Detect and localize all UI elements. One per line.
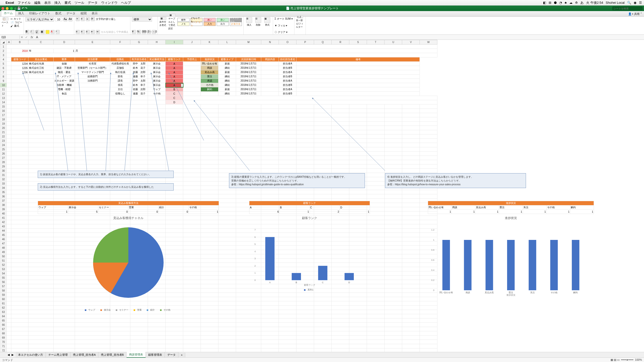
table-row[interactable]: 8 IT・メディア 総務部門部長 遠藤 幸子展示会 A 受注 継続2018年1月…: [0, 75, 437, 79]
table-row[interactable]: 12 食品 役職なし 遠藤 花子その他 C 継続2018年1月7日 担当者B: [0, 92, 437, 96]
currency-icon[interactable]: ¥: [132, 30, 136, 34]
sheet-tab[interactable]: チーム売上管理: [46, 352, 70, 357]
search-input[interactable]: [612, 7, 642, 10]
tab-layout[interactable]: 印刷レイアウト: [27, 11, 53, 16]
view-normal-icon[interactable]: ▦: [611, 358, 613, 361]
fx-icon[interactable]: fx: [29, 35, 35, 39]
sheet-tab-active[interactable]: 商談管理表: [127, 352, 146, 358]
fx-confirm-icon[interactable]: ✓: [24, 35, 29, 39]
table-row[interactable]: 5 1234株式会社丸徳金融 社長室代表取締役社長 田中 太郎展示会 A 問い合…: [0, 62, 437, 66]
fill-button[interactable]: ▼ フィル ▾: [275, 24, 287, 27]
align-bottom-icon[interactable]: ⫨: [86, 17, 90, 21]
clock[interactable]: 火 午後2:54: [586, 1, 603, 5]
dropbox-icon[interactable]: ⬢: [554, 1, 557, 5]
align-right-icon[interactable]: ≡: [86, 30, 90, 34]
merge-button[interactable]: セルを結合して中央揃え: [101, 30, 129, 34]
menu-data[interactable]: データ: [88, 1, 98, 5]
copy-button[interactable]: 📄 コピー: [11, 21, 22, 24]
bold-button[interactable]: B: [25, 30, 29, 34]
view-break-icon[interactable]: ▭: [617, 358, 620, 361]
qat-save-icon[interactable]: 💾: [17, 7, 21, 10]
table-row[interactable]: 10 自動車・機械 係長 鈴木 幸子展示会 A その他 継続2018年1月7日 …: [0, 83, 437, 87]
siri-icon[interactable]: ◉: [634, 1, 636, 5]
tray-icon[interactable]: ⊞: [549, 1, 551, 5]
style-normal[interactable]: 標準: [177, 18, 190, 22]
sheet-tab[interactable]: 売上管理_担当者A: [70, 352, 98, 357]
zoom-level[interactable]: 100%: [635, 358, 642, 361]
menu-help[interactable]: ヘルプ: [121, 1, 131, 5]
table-row[interactable]: 11 電機・精密 主任 佐藤 次郎ウェブ B 解約 新規2018年1月7日 担当…: [0, 87, 437, 92]
align-top-icon[interactable]: ⫧: [76, 17, 80, 21]
style-link[interactable]: リンク セル: [191, 22, 203, 26]
sheet-tab[interactable]: 顧客管理表: [146, 352, 165, 357]
style-output[interactable]: 出力: [217, 22, 229, 26]
table-row[interactable]: 6 1235株式会社三松建設・不動産 営業部門（セールス部門）店舗役 鈴木 花子…: [0, 66, 437, 70]
search-icon[interactable]: 🔍: [627, 1, 631, 5]
qat-home-icon[interactable]: ⌂: [14, 7, 16, 10]
tab-home[interactable]: ホーム: [1, 10, 16, 16]
dec-decimal-icon[interactable]: →.0: [152, 30, 156, 34]
format-button[interactable]: ▦書式: [263, 17, 271, 27]
evernote-icon[interactable]: ♣: [564, 1, 567, 5]
table-row[interactable]: 9 エネルギー・資源 法務部門課長 田中 太郎展示会 A 承認 継続2018年1…: [0, 79, 437, 83]
align-middle-icon[interactable]: ≡: [81, 17, 85, 21]
border-button[interactable]: ▦: [41, 30, 45, 34]
wrap-text-button[interactable]: 文字列の折り返し: [96, 17, 116, 21]
style-memo[interactable]: メモ: [177, 22, 190, 26]
menu-edit[interactable]: 編集: [34, 1, 41, 5]
menu-view[interactable]: 表示: [44, 1, 51, 5]
align-left-icon[interactable]: ≡: [76, 30, 80, 34]
tab-view[interactable]: 表示: [89, 11, 100, 16]
tab-review[interactable]: 校閲: [78, 11, 89, 16]
column-headers[interactable]: ◢ ABCDEFGHIJKLMNOPQRSTUVW: [0, 40, 437, 45]
phonetic-button[interactable]: ᵃ: [56, 30, 60, 34]
view-layout-icon[interactable]: ▤: [614, 358, 616, 361]
menu-insert[interactable]: 挿入: [54, 1, 61, 5]
italic-button[interactable]: I: [30, 30, 34, 34]
formula-input[interactable]: A: [35, 35, 39, 39]
underline-button[interactable]: U: [35, 30, 40, 34]
sheet-tab[interactable]: 売上管理_担当者B: [98, 352, 126, 357]
comma-icon[interactable]: 000: [142, 30, 146, 34]
qat-redo-icon[interactable]: ↷: [25, 7, 27, 10]
insert-button[interactable]: ⊞挿入: [245, 17, 253, 27]
cut-button[interactable]: ✂ カット: [11, 17, 22, 21]
style-input[interactable]: 入力: [204, 22, 216, 26]
indent-inc-icon[interactable]: ⇥: [96, 30, 100, 34]
inc-decimal-icon[interactable]: .0→: [147, 30, 151, 34]
autosum-button[interactable]: Σ オート SUM ▾: [275, 17, 293, 20]
font-size-input[interactable]: [55, 18, 62, 21]
sheet-tab[interactable]: 本エクセルの使い方: [16, 352, 46, 357]
menu-icon[interactable]: ☰: [639, 1, 642, 5]
add-sheet-button[interactable]: +: [178, 353, 185, 357]
align-center-icon[interactable]: ≡: [81, 30, 85, 34]
increase-font-icon[interactable]: A▴: [63, 17, 67, 21]
select-all[interactable]: ◢: [0, 40, 7, 45]
orientation-icon[interactable]: ⟳: [91, 17, 95, 21]
table-row[interactable]: 7 1236株式会社丸井物流・運送 マーケティング部門執行役員 佐藤 次郎展示会…: [0, 70, 437, 75]
tab-formula[interactable]: 数式: [53, 11, 64, 16]
tray-icon[interactable]: ◧: [543, 1, 546, 5]
zoom-button[interactable]: [10, 7, 13, 10]
name-box[interactable]: I10: [0, 35, 20, 39]
fx-cancel-icon[interactable]: ✕: [20, 35, 24, 39]
style-check[interactable]: チェック セル: [230, 18, 242, 22]
sheet-tab[interactable]: データ: [165, 352, 178, 357]
delete-button[interactable]: ⊟削除: [254, 17, 262, 27]
tab-data[interactable]: データ: [64, 11, 78, 16]
clear-button[interactable]: ◇ クリア ▾: [275, 31, 287, 33]
qat-undo-icon[interactable]: ↶: [22, 7, 24, 10]
close-button[interactable]: [2, 7, 4, 10]
indent-dec-icon[interactable]: ⇤: [91, 30, 95, 34]
tab-nav-next[interactable]: ▶: [12, 353, 14, 356]
format-painter-button[interactable]: 🖌 書式: [11, 24, 22, 28]
minimize-button[interactable]: [6, 7, 9, 10]
tray-icon[interactable]: ◔: [559, 1, 562, 5]
worksheet-area[interactable]: ◢ ABCDEFGHIJKLMNOPQRSTUVW 1 22018年1月 3 4…: [0, 40, 644, 352]
sort-filter-button[interactable]: A↓Z並べ替え/フィルター: [296, 17, 304, 27]
number-format-select[interactable]: 標準: [132, 17, 152, 22]
menu-file[interactable]: ファイル: [18, 1, 31, 5]
user-name[interactable]: Shohei Local: [606, 1, 625, 5]
cloud-icon[interactable]: ☁: [569, 1, 573, 5]
menu-window[interactable]: ウィンドウ: [101, 1, 118, 5]
